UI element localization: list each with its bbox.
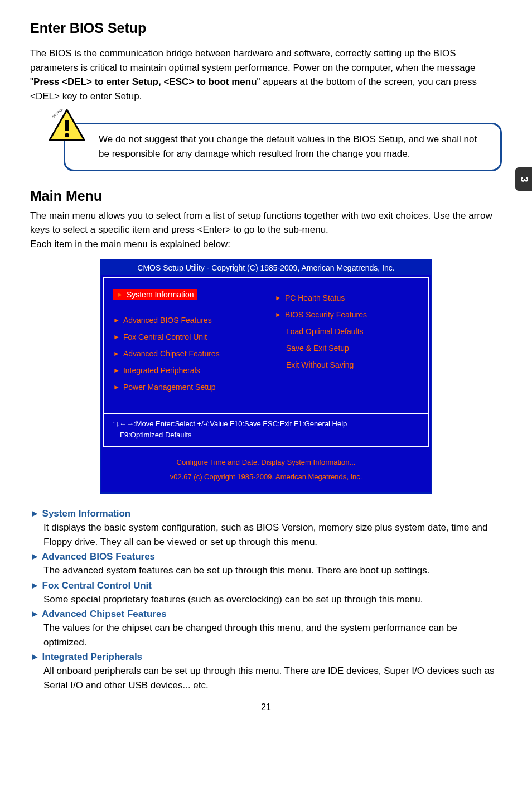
bios-screenshot: CMOS Setup Utility - Copyright (C) 1985-… — [100, 259, 432, 494]
triangle-icon: ► — [117, 291, 123, 298]
bios-menu-label: Power Management Setup — [123, 383, 216, 392]
heading-main-menu: Main Menu — [30, 188, 502, 204]
bios-menu-item[interactable]: ►Power Management Setup — [113, 383, 260, 392]
triangle-icon: ► — [275, 294, 282, 302]
caution-text: We do not suggest that you change the de… — [99, 134, 477, 159]
bios-menu-label: Integrated Peripherals — [123, 366, 200, 375]
triangle-icon: ► — [30, 508, 42, 519]
bios-footer: Configure Time and Date. Display System … — [101, 449, 431, 492]
description-heading: ► Advanced BIOS Features — [30, 551, 502, 562]
bios-menu-item[interactable]: Load Optimal Defaults — [275, 327, 422, 336]
caution-block: CAUTION We do not suggest that you chang… — [30, 120, 502, 171]
description-heading-text: Integrated Peripherals — [42, 652, 143, 662]
page-number: 21 — [30, 695, 502, 726]
para-text-bold: Press <DEL> to enter Setup, <ESC> to boo… — [33, 76, 257, 87]
description-heading-text: Advanced BIOS Features — [42, 551, 155, 562]
triangle-icon: ► — [275, 311, 282, 319]
description-heading: ► Advanced Chipset Features — [30, 609, 502, 620]
svg-rect-1 — [65, 120, 69, 131]
paragraph-enter-bios: The BIOS is the communication bridge bet… — [30, 46, 502, 103]
triangle-icon: ► — [30, 580, 42, 591]
caution-bubble: CAUTION We do not suggest that you chang… — [64, 123, 502, 171]
bios-footer-line1: Configure Time and Date. Display System … — [106, 455, 426, 470]
heading-enter-bios: Enter BIOS Setup — [30, 20, 502, 36]
description-heading-text: Fox Central Control Unit — [42, 580, 152, 591]
warning-icon: CAUTION — [49, 109, 85, 141]
bios-left-column: ►System Information►Advanced BIOS Featur… — [104, 278, 266, 413]
bios-menu-label: Load Optimal Defaults — [286, 327, 364, 336]
paragraph-main-menu: The main menu allows you to select from … — [30, 209, 502, 252]
svg-rect-2 — [65, 133, 69, 137]
bios-menu-item[interactable]: Exit Without Saving — [275, 360, 422, 369]
description-text: The values for the chipset can be change… — [43, 621, 502, 649]
bios-menu-item[interactable]: ►Advanced Chipset Features — [113, 349, 260, 358]
description-heading-text: Advanced Chipset Features — [42, 609, 167, 619]
bios-menu-item[interactable]: ►PC Health Status — [275, 293, 422, 302]
bios-help-bar: ↑↓←→:Move Enter:Select +/-/:Value F10:Sa… — [104, 413, 428, 446]
bios-help-line2: F9:Optimized Defaults — [112, 430, 420, 441]
triangle-icon: ► — [113, 383, 120, 391]
description-heading: ► Integrated Peripherals — [30, 652, 502, 663]
bios-menu-label: Exit Without Saving — [286, 360, 354, 369]
bios-menu-label: Fox Central Control Unit — [123, 332, 207, 341]
descriptions-block: ► System InformationIt displays the basi… — [30, 508, 502, 692]
bios-menu-item[interactable]: ►Integrated Peripherals — [113, 366, 260, 375]
triangle-icon: ► — [30, 609, 42, 619]
description-text: All onboard peripherals can be set up th… — [43, 664, 502, 692]
triangle-icon: ► — [113, 367, 120, 374]
bios-help-line1: ↑↓←→:Move Enter:Select +/-/:Value F10:Sa… — [112, 418, 420, 430]
triangle-icon: ► — [113, 333, 120, 341]
bios-menu-item[interactable]: ►Advanced BIOS Features — [113, 316, 260, 325]
triangle-icon: ► — [113, 316, 120, 324]
bios-title-bar: CMOS Setup Utility - Copyright (C) 1985-… — [101, 261, 431, 275]
description-heading: ► System Information — [30, 508, 502, 519]
bios-menu-label: Save & Exit Setup — [286, 344, 349, 353]
description-text: It displays the basic system configurati… — [43, 520, 502, 549]
divider — [52, 120, 502, 120]
bios-menu-item[interactable]: ►System Information — [113, 289, 197, 300]
bios-menu-label: BIOS Security Features — [285, 310, 367, 319]
bios-right-column: ►PC Health Status►BIOS Security Features… — [266, 278, 428, 413]
bios-menu-label: System Information — [127, 290, 194, 299]
bios-menu-label: Advanced Chipset Features — [123, 349, 220, 358]
triangle-icon: ► — [30, 652, 42, 662]
triangle-icon: ► — [113, 350, 120, 358]
description-text: Some special proprietary features (such … — [43, 592, 502, 607]
bios-menu-item[interactable]: Save & Exit Setup — [275, 344, 422, 353]
bios-inner-frame: ►System Information►Advanced BIOS Featur… — [103, 277, 429, 447]
bios-menu-label: Advanced BIOS Features — [123, 316, 212, 325]
bios-menu-item[interactable]: ►Fox Central Control Unit — [113, 332, 260, 341]
bios-footer-line2: v02.67 (c) Copyright 1985-2009, American… — [106, 470, 426, 484]
bios-menu-item[interactable]: ►BIOS Security Features — [275, 310, 422, 319]
description-heading-text: System Information — [42, 508, 131, 519]
description-heading: ► Fox Central Control Unit — [30, 580, 502, 591]
triangle-icon: ► — [30, 551, 42, 562]
bios-menu-label: PC Health Status — [285, 293, 345, 302]
description-text: The advanced system features can be set … — [43, 563, 502, 578]
